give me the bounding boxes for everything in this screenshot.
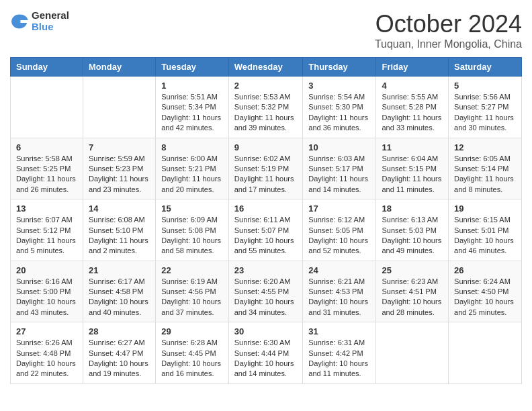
sunrise-text: Sunrise: 5:53 AM (234, 92, 298, 102)
sunset-text: Sunset: 5:23 PM (89, 164, 150, 174)
calendar-cell: 16 Sunrise: 6:11 AM Sunset: 5:07 PM Dayl… (228, 199, 303, 261)
day-info: Sunrise: 6:21 AM Sunset: 4:53 PM Dayligh… (308, 277, 370, 318)
sunrise-text: Sunrise: 6:28 AM (161, 338, 223, 348)
sunrise-text: Sunrise: 6:31 AM (308, 338, 370, 348)
sunrise-text: Sunrise: 5:59 AM (89, 154, 150, 164)
sunset-text: Sunset: 4:50 PM (454, 287, 516, 297)
sunrise-text: Sunrise: 6:23 AM (382, 277, 443, 287)
calendar-cell: 30 Sunrise: 6:30 AM Sunset: 4:44 PM Dayl… (228, 322, 303, 384)
daylight-text: Daylight: 11 hours and 42 minutes. (161, 113, 223, 134)
day-info: Sunrise: 6:07 AM Sunset: 5:12 PM Dayligh… (16, 215, 77, 257)
sunrise-text: Sunrise: 6:26 AM (16, 338, 77, 348)
logo-general: General (32, 10, 69, 21)
day-number: 6 (16, 142, 77, 152)
sunrise-text: Sunrise: 6:02 AM (234, 154, 298, 164)
day-info: Sunrise: 6:23 AM Sunset: 4:51 PM Dayligh… (382, 277, 443, 318)
daylight-text: Daylight: 11 hours and 23 minutes. (89, 174, 150, 195)
day-number: 5 (454, 81, 516, 91)
sunrise-text: Sunrise: 6:00 AM (161, 154, 223, 164)
daylight-text: Daylight: 11 hours and 30 minutes. (454, 113, 516, 134)
sunset-text: Sunset: 5:32 PM (234, 102, 298, 112)
daylight-text: Daylight: 10 hours and 43 minutes. (16, 297, 77, 318)
calendar-cell: 31 Sunrise: 6:31 AM Sunset: 4:42 PM Dayl… (303, 322, 376, 384)
page-header: General Blue October 2024 Tuquan, Inner … (10, 10, 522, 50)
daylight-text: Daylight: 10 hours and 58 minutes. (161, 236, 223, 257)
day-info: Sunrise: 6:13 AM Sunset: 5:03 PM Dayligh… (382, 215, 443, 257)
weekday-header: Sunday (11, 58, 83, 77)
sunset-text: Sunset: 5:15 PM (382, 164, 443, 174)
day-info: Sunrise: 6:26 AM Sunset: 4:48 PM Dayligh… (16, 338, 77, 379)
daylight-text: Daylight: 10 hours and 19 minutes. (89, 359, 150, 379)
calendar-week-row: 27 Sunrise: 6:26 AM Sunset: 4:48 PM Dayl… (11, 322, 522, 384)
day-info: Sunrise: 6:12 AM Sunset: 5:05 PM Dayligh… (308, 215, 370, 257)
day-info: Sunrise: 5:51 AM Sunset: 5:34 PM Dayligh… (161, 92, 223, 134)
day-number: 7 (89, 142, 150, 152)
calendar-cell: 22 Sunrise: 6:19 AM Sunset: 4:56 PM Dayl… (156, 261, 229, 322)
sunset-text: Sunset: 5:03 PM (382, 226, 443, 236)
sunset-text: Sunset: 5:27 PM (454, 102, 516, 112)
calendar-cell: 2 Sunrise: 5:53 AM Sunset: 5:32 PM Dayli… (228, 77, 303, 138)
sunrise-text: Sunrise: 6:12 AM (308, 215, 370, 225)
day-number: 24 (308, 265, 370, 275)
sunset-text: Sunset: 4:56 PM (161, 287, 223, 297)
sunrise-text: Sunrise: 6:05 AM (454, 154, 516, 164)
daylight-text: Daylight: 10 hours and 31 minutes. (308, 297, 370, 318)
calendar-cell: 4 Sunrise: 5:55 AM Sunset: 5:28 PM Dayli… (376, 77, 449, 138)
day-number: 17 (308, 203, 370, 214)
day-number: 21 (89, 265, 150, 275)
calendar-cell: 10 Sunrise: 6:03 AM Sunset: 5:17 PM Dayl… (303, 138, 376, 199)
daylight-text: Daylight: 10 hours and 25 minutes. (454, 297, 516, 318)
title-section: October 2024 Tuquan, Inner Mongolia, Chi… (375, 10, 522, 50)
logo: General Blue (10, 10, 69, 32)
weekday-header: Saturday (449, 58, 522, 77)
day-number: 14 (89, 203, 150, 214)
day-number: 13 (16, 203, 77, 214)
day-info: Sunrise: 6:00 AM Sunset: 5:21 PM Dayligh… (161, 154, 223, 195)
day-number: 16 (234, 203, 298, 214)
day-number: 30 (234, 326, 298, 336)
sunrise-text: Sunrise: 6:03 AM (308, 154, 370, 164)
sunset-text: Sunset: 5:25 PM (16, 164, 77, 174)
day-info: Sunrise: 6:08 AM Sunset: 5:10 PM Dayligh… (89, 215, 150, 257)
day-number: 22 (161, 265, 223, 275)
daylight-text: Daylight: 11 hours and 5 minutes. (16, 236, 77, 257)
day-info: Sunrise: 5:55 AM Sunset: 5:28 PM Dayligh… (382, 92, 443, 134)
sunset-text: Sunset: 4:58 PM (89, 287, 150, 297)
daylight-text: Daylight: 10 hours and 16 minutes. (161, 359, 223, 379)
weekday-header: Friday (376, 58, 449, 77)
day-number: 8 (161, 142, 223, 152)
calendar-cell: 28 Sunrise: 6:27 AM Sunset: 4:47 PM Dayl… (83, 322, 156, 384)
day-number: 18 (382, 203, 443, 214)
sunset-text: Sunset: 4:42 PM (308, 349, 370, 359)
day-info: Sunrise: 6:02 AM Sunset: 5:19 PM Dayligh… (234, 154, 298, 195)
calendar-cell (376, 322, 449, 384)
sunset-text: Sunset: 4:44 PM (234, 349, 298, 359)
daylight-text: Daylight: 11 hours and 8 minutes. (454, 174, 516, 195)
day-number: 1 (161, 81, 223, 91)
sunrise-text: Sunrise: 6:13 AM (382, 215, 443, 225)
sunset-text: Sunset: 5:10 PM (89, 226, 150, 236)
day-info: Sunrise: 6:28 AM Sunset: 4:45 PM Dayligh… (161, 338, 223, 379)
sunrise-text: Sunrise: 6:27 AM (89, 338, 150, 348)
calendar-cell: 6 Sunrise: 5:58 AM Sunset: 5:25 PM Dayli… (11, 138, 83, 199)
day-number: 28 (89, 326, 150, 336)
sunrise-text: Sunrise: 6:17 AM (89, 277, 150, 287)
calendar-header-row: SundayMondayTuesdayWednesdayThursdayFrid… (11, 58, 522, 77)
day-info: Sunrise: 6:19 AM Sunset: 4:56 PM Dayligh… (161, 277, 223, 318)
day-info: Sunrise: 5:59 AM Sunset: 5:23 PM Dayligh… (89, 154, 150, 195)
calendar-cell (83, 77, 156, 138)
day-info: Sunrise: 6:09 AM Sunset: 5:08 PM Dayligh… (161, 215, 223, 257)
day-number: 10 (308, 142, 370, 152)
daylight-text: Daylight: 11 hours and 17 minutes. (234, 174, 298, 195)
day-number: 25 (382, 265, 443, 275)
calendar-cell: 14 Sunrise: 6:08 AM Sunset: 5:10 PM Dayl… (83, 199, 156, 261)
sunset-text: Sunset: 5:34 PM (161, 102, 223, 112)
sunset-text: Sunset: 4:55 PM (234, 287, 298, 297)
sunset-text: Sunset: 5:30 PM (308, 102, 370, 112)
calendar-cell: 3 Sunrise: 5:54 AM Sunset: 5:30 PM Dayli… (303, 77, 376, 138)
daylight-text: Daylight: 10 hours and 55 minutes. (234, 236, 298, 257)
day-info: Sunrise: 6:04 AM Sunset: 5:15 PM Dayligh… (382, 154, 443, 195)
sunrise-text: Sunrise: 5:58 AM (16, 154, 77, 164)
sunrise-text: Sunrise: 6:21 AM (308, 277, 370, 287)
month-title: October 2024 (375, 10, 522, 38)
